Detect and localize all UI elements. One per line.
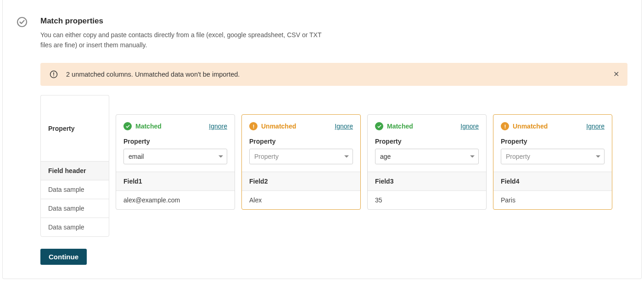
status-badge: Unmatched bbox=[501, 122, 548, 130]
field-header: Field2 bbox=[242, 172, 360, 190]
column-card: Matched Ignore Property email Field1 ale… bbox=[116, 114, 235, 210]
property-label: Property bbox=[249, 138, 353, 145]
close-icon[interactable]: ✕ bbox=[611, 69, 621, 80]
legend-sample: Data sample bbox=[40, 180, 109, 199]
select-value: email bbox=[129, 153, 144, 160]
status-label: Matched bbox=[387, 123, 413, 130]
column-card: Matched Ignore Property age Field3 35 bbox=[367, 114, 487, 210]
data-sample: 35 bbox=[368, 190, 486, 209]
step-complete-icon bbox=[17, 17, 35, 265]
status-badge: Matched bbox=[375, 122, 413, 130]
data-sample: alex@example.com bbox=[116, 190, 235, 209]
chevron-down-icon bbox=[470, 156, 475, 158]
page-subtitle: You can either copy and paste contacts d… bbox=[40, 30, 325, 50]
property-label: Property bbox=[123, 138, 227, 145]
legend-column: Property Field header Data sample Data s… bbox=[40, 95, 109, 237]
warning-alert: 2 unmatched columns. Unmatched data won'… bbox=[40, 63, 627, 86]
ignore-button[interactable]: Ignore bbox=[460, 123, 479, 130]
status-badge: Unmatched bbox=[249, 122, 296, 130]
select-placeholder: Property bbox=[506, 153, 530, 160]
property-select[interactable]: Property bbox=[501, 149, 605, 164]
property-select[interactable]: age bbox=[375, 149, 479, 164]
alert-icon bbox=[50, 70, 58, 78]
data-sample: Alex bbox=[242, 190, 360, 209]
legend-property: Property bbox=[40, 95, 109, 162]
chevron-down-icon bbox=[344, 156, 349, 158]
status-badge: Matched bbox=[123, 122, 162, 130]
ignore-button[interactable]: Ignore bbox=[335, 123, 353, 130]
match-columns-row: Property Field header Data sample Data s… bbox=[40, 95, 627, 237]
check-icon bbox=[375, 122, 383, 130]
select-value: age bbox=[380, 153, 391, 160]
legend-sample: Data sample bbox=[40, 199, 109, 218]
page-title: Match properties bbox=[40, 17, 627, 26]
status-label: Matched bbox=[135, 123, 162, 130]
status-label: Unmatched bbox=[513, 123, 548, 130]
ignore-button[interactable]: Ignore bbox=[209, 123, 227, 130]
data-sample: Paris bbox=[493, 190, 612, 209]
ignore-button[interactable]: Ignore bbox=[586, 123, 605, 130]
chevron-down-icon bbox=[596, 156, 600, 158]
property-select[interactable]: Property bbox=[249, 149, 353, 164]
svg-point-3 bbox=[53, 76, 54, 77]
legend-field-header: Field header bbox=[40, 161, 109, 180]
select-placeholder: Property bbox=[254, 153, 279, 160]
exclaim-icon bbox=[501, 122, 509, 130]
field-header: Field1 bbox=[116, 172, 235, 190]
column-card: Unmatched Ignore Property Property Field… bbox=[241, 114, 361, 210]
column-card: Unmatched Ignore Property Property Field… bbox=[493, 114, 612, 210]
svg-point-5 bbox=[253, 128, 254, 129]
status-label: Unmatched bbox=[261, 123, 296, 130]
field-header: Field3 bbox=[368, 172, 486, 190]
property-label: Property bbox=[375, 138, 479, 145]
exclaim-icon bbox=[249, 122, 258, 130]
alert-text: 2 unmatched columns. Unmatched data won'… bbox=[66, 71, 618, 78]
svg-point-7 bbox=[504, 128, 505, 129]
chevron-down-icon bbox=[218, 156, 223, 158]
check-icon bbox=[123, 122, 132, 130]
field-header: Field4 bbox=[493, 172, 612, 190]
legend-sample: Data sample bbox=[40, 218, 109, 237]
continue-button[interactable]: Continue bbox=[40, 249, 87, 265]
property-select[interactable]: email bbox=[123, 149, 227, 164]
property-label: Property bbox=[501, 138, 605, 145]
